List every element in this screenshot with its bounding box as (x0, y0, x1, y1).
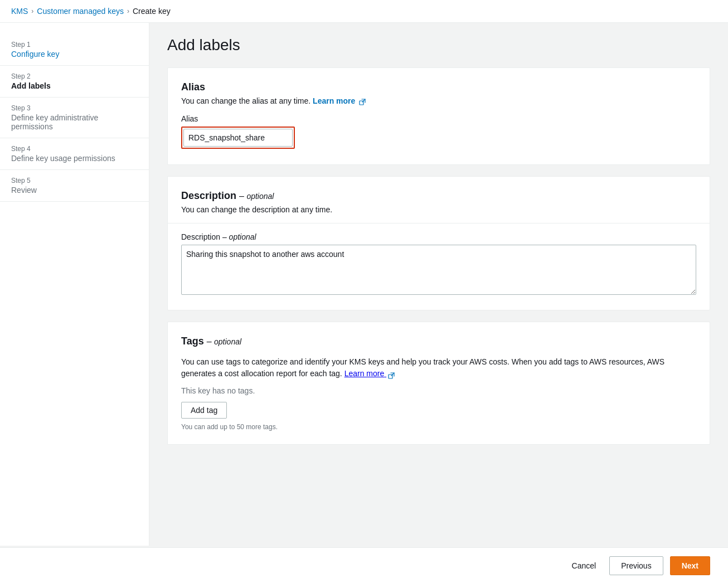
tags-external-link-icon (388, 371, 395, 378)
step4-label: Define key usage permissions (11, 154, 138, 163)
breadcrumb: KMS › Customer managed keys › Create key (0, 0, 728, 23)
tags-card: Tags – optional You can use tags to cate… (167, 322, 710, 445)
sidebar: Step 1 Configure key Step 2 Add labels S… (0, 23, 149, 546)
alias-field-group: Alias (181, 114, 696, 151)
step5-label: Review (11, 186, 138, 195)
sidebar-step-2: Step 2 Add labels (0, 66, 149, 98)
alias-field-label: Alias (181, 114, 696, 123)
sidebar-step-4: Step 4 Define key usage permissions (0, 138, 149, 170)
sidebar-step-1[interactable]: Step 1 Configure key (0, 34, 149, 66)
main-content: Add labels Alias You can change the alia… (149, 23, 728, 546)
sidebar-step-5: Step 5 Review (0, 170, 149, 202)
description-card-subtitle: You can change the description at any ti… (181, 205, 696, 214)
alias-card: Alias You can change the alias at any ti… (167, 67, 710, 165)
step3-number: Step 3 (11, 104, 138, 112)
alias-input-wrapper (181, 127, 295, 149)
description-field-group: Description – optional Sharing this snap… (181, 232, 696, 297)
tags-optional-label: optional (214, 337, 241, 346)
tags-description: You can use tags to categorize and ident… (181, 356, 696, 380)
description-textarea[interactable]: Sharing this snapshot to another aws acc… (181, 245, 696, 295)
previous-button[interactable]: Previous (609, 556, 663, 575)
step1-number: Step 1 (11, 41, 138, 48)
sidebar-step-3: Step 3 Define key administrative permiss… (0, 98, 149, 138)
description-card-title: Description – optional (181, 190, 696, 202)
cancel-button[interactable]: Cancel (565, 558, 603, 574)
alias-card-title: Alias (181, 81, 696, 93)
alias-input[interactable] (183, 129, 293, 147)
alias-learn-more-link[interactable]: Learn more (313, 96, 366, 105)
description-optional-label: optional (246, 192, 274, 201)
alias-card-subtitle: You can change the alias at any time. Le… (181, 96, 696, 105)
external-link-icon (359, 98, 366, 105)
breadcrumb-current: Create key (133, 7, 171, 16)
step5-number: Step 5 (11, 177, 138, 184)
page-footer: Cancel Previous Next (0, 547, 728, 583)
tags-learn-more-link[interactable]: Learn more (344, 369, 395, 378)
main-layout: Step 1 Configure key Step 2 Add labels S… (0, 23, 728, 546)
step4-number: Step 4 (11, 145, 138, 153)
description-card: Description – optional You can change th… (167, 176, 710, 310)
tags-card-title: Tags – optional (181, 336, 696, 347)
breadcrumb-customer-keys-link[interactable]: Customer managed keys (37, 7, 124, 16)
description-divider (168, 223, 710, 224)
no-tags-label: This key has no tags. (181, 386, 696, 395)
add-tag-button[interactable]: Add tag (181, 402, 227, 419)
breadcrumb-sep-2: › (127, 7, 129, 15)
step3-label: Define key administrative permissions (11, 113, 138, 131)
description-field-label: Description – optional (181, 232, 696, 241)
breadcrumb-sep-1: › (31, 7, 33, 15)
breadcrumb-kms-link[interactable]: KMS (11, 7, 28, 16)
step2-label: Add labels (11, 81, 138, 90)
step2-number: Step 2 (11, 72, 138, 80)
page-title: Add labels (167, 36, 710, 54)
next-button[interactable]: Next (670, 556, 710, 575)
step1-label: Configure key (11, 50, 138, 59)
tags-footer: You can add up to 50 more tags. (181, 423, 696, 431)
footer-spacer (167, 456, 710, 501)
